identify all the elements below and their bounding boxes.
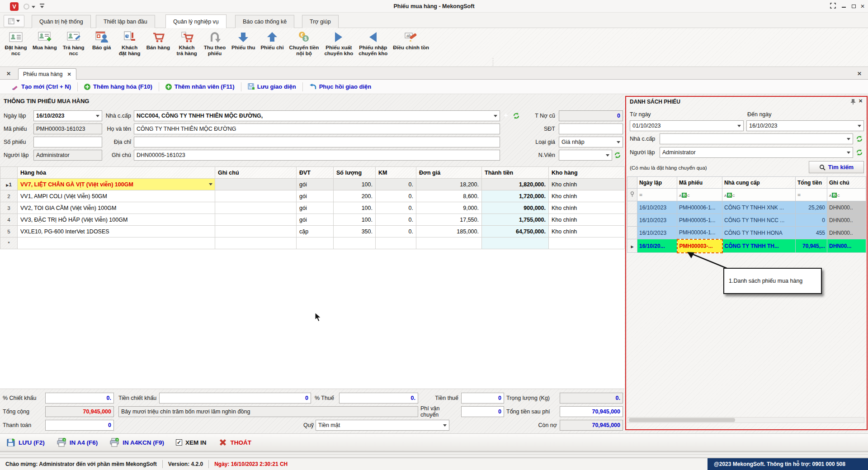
quick-access-icon[interactable] (24, 4, 29, 9)
cell-dvt[interactable]: gói (297, 190, 334, 202)
quy-combobox[interactable]: Tiền mặt (316, 420, 449, 431)
cell-hang-hoa[interactable]: VXLE10, PG-600 InterVet 1DOSES (18, 226, 215, 237)
cell-so-luong[interactable]: 100. (334, 202, 376, 214)
cell-ghi-chu[interactable] (215, 202, 297, 214)
cell-kho-hang[interactable]: Kho chính (549, 226, 625, 237)
cell-dvt[interactable]: gói (297, 179, 334, 190)
cell-don-gia[interactable]: 18,200. (416, 179, 482, 190)
filter-equals-icon[interactable]: = (796, 189, 827, 201)
close-panel-button[interactable]: ✕ (859, 98, 863, 104)
ribbon-chuyen-tien-noi-bo[interactable]: €$ Chuyển tiềnnội bộ (287, 29, 322, 59)
chevron-down-icon[interactable] (858, 125, 861, 127)
table-row[interactable]: 2 VV1, AMPI COLI (Việt Viễn) 50GM gói 20… (0, 190, 625, 202)
ribbon-mua-hang[interactable]: Mua hàng (30, 29, 60, 59)
pcol-ncc[interactable]: Nhà cung cấp (722, 177, 796, 189)
panel-horizontal-scrollbar[interactable] (627, 417, 864, 423)
checkbox-icon[interactable]: ✓ (176, 439, 182, 446)
ho-va-ten-field[interactable]: CÔNG TY TNHH THIÊN MỘC ĐƯỜNG (134, 123, 500, 134)
cell-hang-hoa[interactable]: VV7, LIỆT CHÂN GÀ VỊT (Việt viễn) 100GM (18, 179, 215, 190)
filter-abc-icon[interactable]: ABC (827, 189, 866, 201)
chevron-down-icon[interactable] (494, 115, 497, 117)
cell-dvt[interactable]: gói (297, 214, 334, 226)
ribbon-phieu-nhap-chuyen-kho[interactable]: Phiếu nhậpchuyển kho (356, 29, 390, 59)
pcol-ngay-lap[interactable]: Ngày lập (637, 177, 677, 189)
scrollbar-thumb[interactable] (629, 418, 735, 422)
fit-screen-button[interactable] (828, 3, 837, 10)
col-kho-hang[interactable]: Kho hàng (549, 167, 625, 179)
minimize-button[interactable] (839, 3, 848, 10)
filter-abc-icon[interactable]: ABC (722, 189, 796, 201)
filter-abc-icon[interactable]: ABC (677, 189, 722, 201)
pcell-total[interactable]: 25,260 (796, 201, 827, 214)
cell-so-luong[interactable]: 200. (334, 190, 376, 202)
tab-quan-ly-nghiep-vu[interactable]: Quản lý nghiệp vụ (165, 14, 226, 28)
cell-ghi-chu[interactable] (215, 226, 297, 237)
dia-chi-field[interactable] (134, 137, 500, 147)
pcell-date[interactable]: 16/10/2023 (637, 214, 677, 227)
ribbon-khach-tra-hang[interactable]: Kháchtrả hàng (173, 29, 201, 59)
create-new-button[interactable]: Tạo mới (Ctrl + N) (5, 82, 77, 92)
cell-dvt[interactable]: gói (297, 202, 334, 214)
cell-km[interactable] (376, 237, 416, 249)
pcell-note[interactable]: DHN000.. (827, 227, 866, 239)
col-dvt[interactable]: ĐVT (297, 167, 334, 179)
toolbar-options-caret-icon[interactable] (40, 6, 44, 8)
pcell-total[interactable]: 70,945,... (796, 239, 827, 253)
restore-layout-button[interactable]: Phục hồi giao diện (303, 82, 378, 92)
den-ngay-combobox[interactable]: 16/10/2023 (746, 120, 864, 131)
cell-thanh-tien[interactable]: 1,755,000. (482, 214, 549, 226)
tab-phieu-mua-hang[interactable]: Phiếu mua hàng ✕ (18, 68, 76, 80)
add-item-button[interactable]: Thêm hàng hóa (F10) (78, 82, 159, 92)
panel-refresh-staff-button[interactable] (856, 149, 863, 158)
col-don-gia[interactable]: Đơn giá (416, 167, 482, 179)
pcell-code[interactable]: PMH00005-1... (677, 214, 722, 227)
refresh-staff-button[interactable] (614, 152, 622, 159)
cell-so-luong[interactable] (334, 237, 376, 249)
quick-access-caret-icon[interactable] (32, 6, 35, 8)
cell-dvt[interactable]: cặp (297, 226, 334, 237)
phi-van-chuyen-field[interactable]: 0 (461, 406, 504, 417)
pcell-note[interactable]: DHN00... (827, 239, 866, 253)
tab-close-icon[interactable]: ✕ (67, 71, 71, 77)
tab-bao-cao-thong-ke[interactable]: Báo cáo thống kê (235, 15, 294, 28)
pcell-date[interactable]: 16/10/20... (637, 239, 677, 253)
refresh-supplier-button[interactable] (513, 112, 520, 120)
tien-chiet-khau-field[interactable]: 0 (159, 393, 311, 404)
close-all-tabs-button[interactable]: ✕ (2, 69, 15, 79)
pcell-code[interactable]: PMH00006-1... (677, 201, 722, 214)
col-km[interactable]: KM (376, 167, 416, 179)
ma-phieu-field[interactable]: PMH00003-161023 (33, 123, 102, 134)
cell-km[interactable]: 0. (376, 214, 416, 226)
pcell-date[interactable]: 16/10/2023 (637, 227, 677, 239)
list-item[interactable]: 16/10/2023 PMH00005-1... CÔNG TY TNHH NC… (627, 214, 866, 227)
ribbon-phieu-chi[interactable]: Phiếu chi (258, 29, 286, 59)
pcell-total[interactable]: 0 (796, 214, 827, 227)
cell-so-luong[interactable]: 350. (334, 226, 376, 237)
new-row[interactable]: * (0, 237, 625, 249)
save-layout-button[interactable]: Lưu giao diện (241, 82, 302, 92)
chevron-down-icon[interactable] (443, 424, 447, 427)
chevron-down-icon[interactable] (617, 141, 620, 143)
panel-refresh-supplier-button[interactable] (856, 135, 863, 144)
ribbon-dat-hang-ncc[interactable]: Đặt hàngncc (2, 29, 30, 59)
cell-thanh-tien[interactable] (482, 237, 549, 249)
cell-hang-hoa[interactable] (18, 237, 215, 249)
save-button[interactable]: LƯU (F2) (6, 438, 45, 447)
cell-ghi-chu[interactable] (215, 179, 297, 190)
cell-don-gia[interactable]: 8,600. (416, 190, 482, 202)
pcell-supplier[interactable]: CÔNG TY TNHH HONA (722, 227, 796, 239)
nhan-vien-combobox[interactable] (559, 150, 612, 161)
pcell-note[interactable]: DHN000.. (827, 201, 866, 214)
window-splitter[interactable] (0, 451, 868, 458)
chevron-down-icon[interactable] (847, 138, 850, 140)
list-item-selected[interactable]: ▶ 16/10/20... PMH00003-... CÔNG TY TNHH … (627, 239, 866, 253)
ribbon-khach-dat-hang[interactable]: Kháchđặt hàng (116, 29, 144, 59)
pcell-code[interactable]: PMH00004-1... (677, 227, 722, 239)
add-staff-button[interactable]: Thêm nhân viên (F11) (159, 82, 241, 92)
thue-pct-field[interactable]: 0. (339, 393, 418, 404)
col-so-luong[interactable]: Số lượng (334, 167, 376, 179)
pcell-total[interactable]: 455 (796, 227, 827, 239)
panel-nha-cung-cap-combobox[interactable] (660, 133, 853, 144)
chevron-down-icon[interactable] (847, 152, 850, 154)
col-hang-hoa[interactable]: Hàng hóa (18, 167, 215, 179)
